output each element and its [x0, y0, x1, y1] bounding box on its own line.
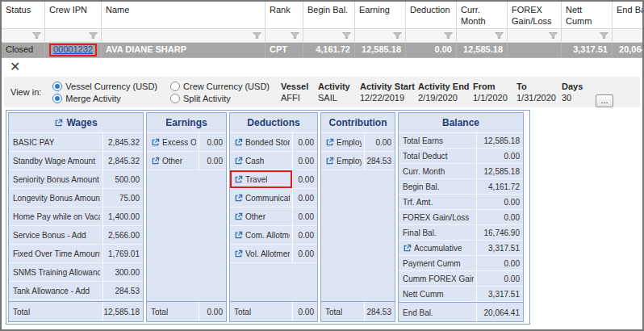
radio-option[interactable]: Split Activity [170, 94, 270, 103]
row-label: Trf. Amt. [403, 198, 433, 207]
drill-icon[interactable] [234, 175, 243, 184]
drill-icon[interactable] [325, 157, 334, 166]
field-header: From [473, 82, 512, 91]
column-header-rank[interactable]: Rank [266, 2, 303, 29]
filter-icon [342, 32, 351, 39]
contribution-title: Contribution [329, 117, 387, 128]
row-label: Cumm FOREX Gain/Loss [403, 274, 474, 283]
total-label: Total [325, 308, 342, 316]
drill-icon[interactable] [234, 212, 243, 221]
column-header-earning[interactable]: Earning [355, 2, 406, 29]
column-header-begin-bal[interactable]: Begin Bal. [303, 2, 355, 29]
column-header-deduction[interactable]: Deduction [406, 2, 457, 29]
wages-total-row: Total 12,585.18 [9, 301, 143, 321]
filter-icon [89, 32, 98, 39]
row-value: 1,769.01 [102, 245, 143, 262]
balance-row: Total Deduct 0.00 [399, 149, 523, 164]
filter-cell[interactable] [2, 29, 45, 43]
drill-icon[interactable] [325, 138, 334, 147]
column-header-status[interactable]: Status [2, 2, 45, 29]
radio-option[interactable]: Merge Activity [52, 94, 157, 103]
row-value: 0.00 [292, 170, 317, 188]
view-in-radio-group: Vessel Currency (USD) Crew Currency (USD… [52, 82, 270, 103]
nett-cumm-cell: 3,317.51 [562, 43, 613, 57]
balance-rows: Total Earns 12,585.18 Total Deduct 0.00 [399, 133, 523, 302]
row-value: 0.00 [292, 133, 317, 151]
ellipsis-button[interactable]: ... [596, 94, 613, 107]
deductions-column: Deductions Bonded Stores 0.00 [229, 112, 318, 322]
radio-option[interactable]: Vessel Currency (USD) [52, 82, 157, 91]
filter-cell[interactable] [508, 29, 562, 43]
filter-cell[interactable] [562, 29, 613, 43]
total-value: 0.00 [199, 302, 226, 321]
wages-column: Wages BASIC PAY 2,845.32 [8, 112, 144, 322]
crew-row-selected[interactable]: Closed 00001232 AVA DIANE SHARP CPT 4,16… [2, 43, 644, 57]
drill-icon[interactable] [234, 157, 243, 166]
filter-cell[interactable] [303, 29, 355, 43]
deductions-row: Travel 0.00 [230, 170, 317, 189]
total-label: Total [13, 308, 30, 316]
filter-cell[interactable] [102, 29, 266, 43]
column-header-end-bal[interactable]: End Bal [613, 2, 644, 29]
row-label: Travel [245, 175, 267, 184]
drill-icon[interactable] [234, 138, 243, 147]
earning-cell: 12,585.18 [355, 43, 406, 57]
column-header-crew-ipn[interactable]: Crew IPN [45, 2, 102, 29]
total-label: Total [234, 308, 251, 316]
filter-cell[interactable] [613, 29, 644, 43]
balance-row: Total Earns 12,585.18 [399, 133, 523, 149]
wages-header: Wages [9, 113, 143, 133]
column-header-name[interactable]: Name [102, 2, 266, 29]
deductions-row: Bonded Stores 0.00 [230, 133, 317, 152]
row-value: 284.53 [364, 152, 395, 170]
drill-icon[interactable] [403, 244, 412, 253]
row-label: Seniority Bonus Amount [13, 175, 99, 184]
row-label: Payment Cumm [403, 259, 461, 268]
row-value: 300.00 [102, 263, 143, 281]
radio-icon [52, 82, 62, 91]
wages-row: Home Pay while on Vacation 1,400.00 [9, 207, 143, 226]
drill-icon[interactable] [234, 194, 243, 203]
earnings-header: Earnings [147, 113, 226, 133]
filter-cell[interactable] [266, 29, 303, 43]
contribution-row: Employee 0.00 [321, 133, 395, 152]
crew-ipn-link[interactable]: 00001232 [53, 44, 93, 56]
field-header: Days [562, 82, 584, 91]
field-header: To [516, 82, 557, 91]
drill-icon[interactable] [151, 138, 160, 147]
field-header: Vessel [281, 82, 313, 91]
radio-option[interactable]: Crew Currency (USD) [170, 82, 270, 91]
radio-label: Merge Activity [65, 94, 120, 103]
drill-icon[interactable] [151, 157, 160, 166]
row-value: 0.00 [292, 189, 317, 207]
detail-toolbar: ✕ [2, 58, 642, 76]
drill-icon[interactable] [234, 231, 243, 240]
row-value: 0.00 [199, 152, 226, 170]
crew-grid: Status Crew IPN Name Rank Begin Bal. Ear… [2, 2, 644, 58]
filter-cell[interactable] [457, 29, 508, 43]
name-cell: AVA DIANE SHARP [102, 43, 266, 57]
field-value: SAIL [318, 93, 355, 103]
close-icon[interactable]: ✕ [10, 61, 20, 73]
row-value: 1,400.00 [102, 207, 143, 225]
radio-icon [170, 94, 180, 103]
filter-cell[interactable] [406, 29, 457, 43]
crew-payroll-window: Status Crew IPN Name Rank Begin Bal. Ear… [0, 0, 644, 331]
row-label: Standby Wage Amount [13, 157, 95, 166]
column-header-forex[interactable]: FOREX Gain/Loss [508, 2, 562, 29]
column-header-curr-month[interactable]: Curr. Month [457, 2, 508, 29]
filter-cell[interactable] [45, 29, 102, 43]
balance-header: Balance [399, 113, 523, 133]
drill-icon[interactable] [234, 249, 243, 258]
wages-row: Seniority Bonus Amount 500.00 [9, 170, 143, 189]
activity-field: To 1/31/2020 [516, 82, 557, 103]
row-label: Cash [245, 157, 264, 166]
row-label: Service Bonus - Add [13, 231, 86, 240]
column-header-nett-cumm[interactable]: Nett Cumm [562, 2, 613, 29]
wages-row: Fixed Over Time Amount 1,769.01 [9, 245, 143, 263]
field-value: 2/19/2020 [418, 93, 468, 103]
wages-drill-icon[interactable] [54, 119, 63, 128]
filter-cell[interactable] [355, 29, 406, 43]
deductions-rows: Bonded Stores 0.00 Cash 0.00 [230, 133, 317, 263]
total-value: 12,585.18 [102, 302, 143, 321]
